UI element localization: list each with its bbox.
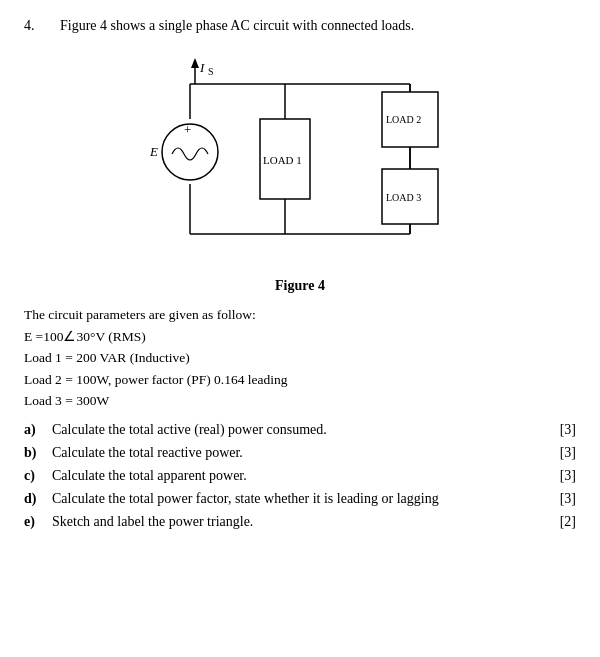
circuit-params: The circuit parameters are given as foll… <box>24 304 576 412</box>
sub-text-e: Sketch and label the power triangle. <box>52 514 546 530</box>
sub-label-d: d) <box>24 491 52 507</box>
sub-text-a: Calculate the total active (real) power … <box>52 422 546 438</box>
question-number: 4. <box>24 18 60 34</box>
sub-marks-e: [2] <box>546 514 576 530</box>
sub-question-d: d) Calculate the total power factor, sta… <box>24 491 576 507</box>
svg-text:LOAD 2: LOAD 2 <box>386 114 421 125</box>
params-load2: Load 2 = 100W, power factor (PF) 0.164 l… <box>24 369 576 391</box>
sub-question-c: c) Calculate the total apparent power. [… <box>24 468 576 484</box>
question-text: Figure 4 shows a single phase AC circuit… <box>60 18 414 34</box>
sub-questions: a) Calculate the total active (real) pow… <box>24 422 576 530</box>
sub-marks-a: [3] <box>546 422 576 438</box>
sub-marks-c: [3] <box>546 468 576 484</box>
svg-text:E: E <box>149 144 158 159</box>
sub-label-c: c) <box>24 468 52 484</box>
svg-marker-6 <box>191 58 199 68</box>
sub-marks-d: [3] <box>546 491 576 507</box>
sub-text-b: Calculate the total reactive power. <box>52 445 546 461</box>
sub-marks-b: [3] <box>546 445 576 461</box>
sub-label-e: e) <box>24 514 52 530</box>
sub-question-b: b) Calculate the total reactive power. [… <box>24 445 576 461</box>
question-header: 4. Figure 4 shows a single phase AC circ… <box>24 18 576 34</box>
params-load1: Load 1 = 200 VAR (Inductive) <box>24 347 576 369</box>
svg-text:S: S <box>208 66 214 77</box>
params-load3: Load 3 = 300W <box>24 390 576 412</box>
svg-text:LOAD 3: LOAD 3 <box>386 192 421 203</box>
svg-text:LOAD 1: LOAD 1 <box>263 154 302 166</box>
sub-text-d: Calculate the total power factor, state … <box>52 491 546 507</box>
params-e: E =100∠30°V (RMS) <box>24 326 576 348</box>
figure-label: Figure 4 <box>24 278 576 294</box>
sub-text-c: Calculate the total apparent power. <box>52 468 546 484</box>
sub-label-a: a) <box>24 422 52 438</box>
svg-text:+: + <box>184 122 191 137</box>
sub-question-a: a) Calculate the total active (real) pow… <box>24 422 576 438</box>
sub-question-e: e) Sketch and label the power triangle. … <box>24 514 576 530</box>
circuit-diagram: I S + E LOAD 1 LOAD 2 LOAD 3 <box>24 44 576 274</box>
sub-label-b: b) <box>24 445 52 461</box>
params-intro: The circuit parameters are given as foll… <box>24 304 576 326</box>
svg-text:I: I <box>199 60 205 75</box>
